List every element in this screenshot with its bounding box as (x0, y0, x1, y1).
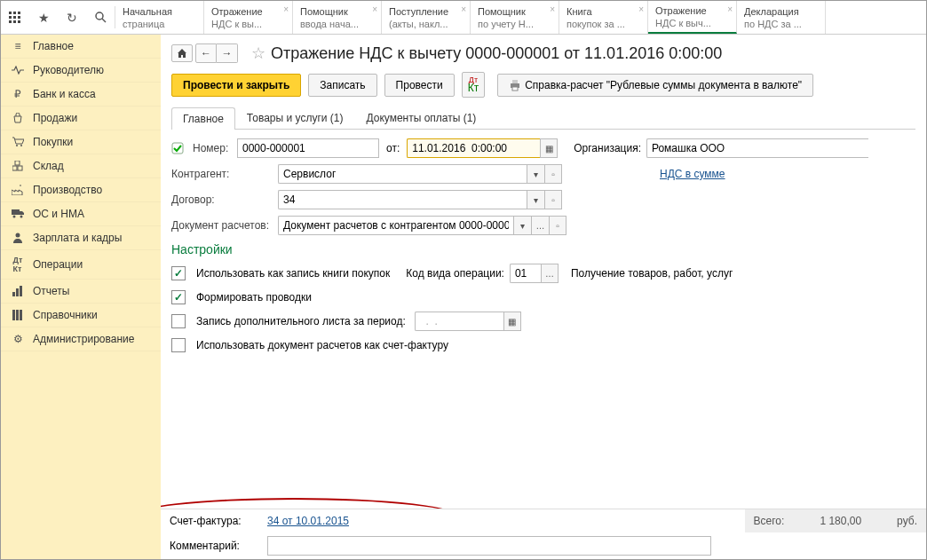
apps-icon[interactable] (1, 1, 29, 34)
tab-payments[interactable]: Документы оплаты (1) (354, 106, 487, 129)
ruble-icon: ₽ (10, 88, 26, 100)
dropdown-icon[interactable]: ▾ (527, 164, 544, 184)
op-type-desc: Получение товаров, работ, услуг (571, 267, 733, 280)
tab-6[interactable]: ×ОтражениеНДС к выч... (648, 1, 737, 34)
sidebar-assets[interactable]: ОС и НМА (1, 202, 161, 226)
home-button[interactable] (171, 44, 193, 62)
sidebar-bank[interactable]: ₽Банк и касса (1, 83, 161, 106)
sidebar-manager[interactable]: Руководителю (1, 59, 161, 83)
svg-rect-6 (9, 20, 12, 23)
number-label: Номер: (193, 142, 237, 154)
history-icon[interactable]: ↻ (58, 1, 86, 34)
tab-4[interactable]: ×Помощникпо учету Н... (471, 1, 559, 34)
open-icon[interactable]: ▫ (544, 190, 562, 209)
close-icon[interactable]: × (727, 4, 733, 14)
close-icon[interactable]: × (638, 4, 644, 14)
chart-icon (10, 286, 26, 296)
ellipsis-icon[interactable]: … (531, 216, 549, 235)
total-value: 1 180,00 (820, 515, 861, 527)
contractor-input[interactable] (278, 164, 527, 184)
open-icon[interactable]: ▫ (544, 164, 562, 184)
svg-rect-1 (13, 12, 16, 14)
calendar-icon[interactable]: ▦ (503, 312, 521, 331)
comment-input[interactable] (267, 536, 711, 556)
sidebar-main[interactable]: ≡Главное (1, 35, 161, 59)
svg-rect-0 (9, 12, 12, 14)
svg-rect-13 (12, 166, 17, 170)
window-tabs: Начальнаястраница ×ОтражениеНДС к вы... … (115, 1, 926, 34)
svg-rect-24 (16, 310, 19, 320)
tab-5[interactable]: ×Книгапокупок за ... (559, 1, 648, 34)
vat-link[interactable]: НДС в сумме (660, 168, 725, 180)
sidebar-purchases[interactable]: Покупки (1, 130, 161, 154)
svg-rect-7 (13, 20, 16, 23)
tab-1[interactable]: ×ОтражениеНДС к вы... (204, 1, 293, 34)
save-button[interactable]: Записать (308, 74, 376, 97)
additional-checkbox[interactable] (171, 314, 186, 328)
op-type-input[interactable] (510, 264, 541, 283)
svg-rect-4 (13, 16, 16, 19)
contract-input[interactable] (278, 190, 527, 209)
post-button[interactable]: Провести (384, 74, 455, 97)
svg-rect-16 (12, 209, 20, 215)
tab-3[interactable]: ×Поступление(акты, накл... (382, 1, 471, 34)
svg-rect-2 (18, 12, 20, 14)
org-input[interactable] (646, 138, 868, 158)
date-input[interactable] (407, 138, 540, 158)
tab-0[interactable]: Начальнаястраница (115, 1, 204, 34)
sidebar-catalogs[interactable]: Справочники (1, 304, 161, 327)
tab-2[interactable]: ×Помощникввода нача... (293, 1, 382, 34)
svg-rect-23 (12, 310, 15, 320)
tab-7[interactable]: Декларацияпо НДС за ... (737, 1, 826, 34)
sidebar-operations[interactable]: ДтКтОперации (1, 250, 161, 280)
star-icon[interactable]: ☆ (251, 43, 265, 63)
favorite-icon[interactable]: ★ (29, 1, 58, 34)
contractor-label: Контрагент: (171, 168, 278, 180)
svg-rect-28 (512, 87, 518, 91)
svg-point-17 (12, 216, 15, 218)
close-icon[interactable]: × (283, 4, 289, 14)
report-button[interactable]: Справка-расчет "Рублевые суммы документа… (497, 74, 813, 97)
number-input[interactable] (237, 138, 379, 158)
ellipsis-icon[interactable]: … (541, 264, 559, 283)
svg-rect-15 (15, 161, 20, 165)
postings-checkbox[interactable]: ✓ (171, 290, 186, 304)
open-icon[interactable]: ▫ (549, 216, 566, 235)
sidebar-warehouse[interactable]: Склад (1, 154, 161, 178)
boxes-icon (10, 161, 26, 171)
sidebar-sales[interactable]: Продажи (1, 106, 161, 130)
op-type-label: Код вида операции: (406, 267, 504, 280)
invoice-link[interactable]: 34 от 10.01.2015 (267, 515, 349, 527)
dt-kt-button[interactable]: ДтКт (462, 72, 486, 98)
tab-main[interactable]: Главное (171, 107, 235, 130)
settlement-input[interactable] (278, 216, 513, 235)
svg-rect-29 (172, 143, 183, 154)
svg-point-19 (16, 233, 20, 238)
as-invoice-checkbox[interactable] (171, 338, 186, 352)
svg-rect-14 (18, 166, 22, 170)
nav-sidebar: ≡Главное Руководителю ₽Банк и касса Прод… (1, 35, 161, 559)
additional-label: Запись дополнительного листа за период: (196, 315, 406, 327)
contract-label: Договор: (171, 193, 278, 206)
svg-point-12 (20, 145, 22, 146)
svg-rect-22 (20, 286, 22, 296)
close-icon[interactable]: × (461, 4, 466, 14)
svg-rect-3 (9, 16, 12, 19)
sidebar-production[interactable]: Производство (1, 178, 161, 202)
sidebar-payroll[interactable]: Зарплата и кадры (1, 226, 161, 250)
back-button[interactable]: ← (195, 43, 217, 63)
sidebar-admin[interactable]: ⚙Администрирование (1, 327, 161, 351)
tab-goods[interactable]: Товары и услуги (1) (235, 106, 355, 129)
search-icon[interactable] (86, 1, 115, 34)
sidebar-reports[interactable]: Отчеты (1, 280, 161, 304)
additional-date-input[interactable] (415, 312, 503, 331)
forward-button[interactable]: → (217, 43, 238, 63)
calendar-icon[interactable]: ▦ (540, 138, 558, 158)
dropdown-icon[interactable]: ▾ (513, 216, 531, 235)
operations-icon: ДтКт (10, 256, 26, 273)
post-and-close-button[interactable]: Провести и закрыть (171, 74, 301, 97)
dropdown-icon[interactable]: ▾ (527, 190, 544, 209)
close-icon[interactable]: × (550, 4, 555, 14)
purchase-book-checkbox[interactable]: ✓ (171, 266, 186, 280)
close-icon[interactable]: × (372, 4, 377, 14)
